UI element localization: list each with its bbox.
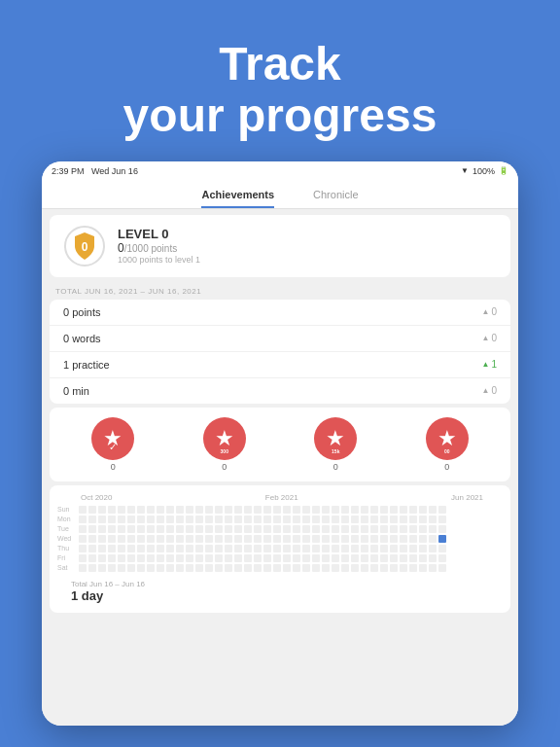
heatmap-cell: [351, 525, 359, 533]
heatmap-cell: [361, 554, 368, 562]
stats-section-header: TOTAL JUN 16, 2021 – JUN 16, 2021: [42, 283, 518, 298]
heatmap-cell: [263, 564, 271, 572]
heatmap-cell: [195, 525, 203, 533]
badge-inner-3: 00: [444, 448, 450, 454]
badge-check-0: ✓: [109, 442, 117, 452]
heatmap-cell: [361, 564, 368, 572]
heatmap-col: [225, 506, 232, 572]
heatmap-cell: [254, 506, 262, 514]
heatmap-cell: [215, 525, 223, 533]
heatmap-cell: [98, 506, 106, 514]
heatmap-cell: [254, 545, 262, 552]
heatmap-cell: [98, 516, 106, 523]
heatmap-cell: [341, 506, 349, 514]
heatmap-cell: [98, 535, 106, 543]
heatmap-cell: [332, 554, 339, 562]
heatmap-col: [244, 506, 252, 572]
heatmap-cell: [332, 506, 339, 514]
badge-circle-3: ★ 00: [426, 417, 469, 460]
heatmap-cell: [176, 545, 184, 552]
heatmap-cell: [166, 516, 174, 523]
heatmap-cell: [429, 525, 437, 533]
heatmap-cell: [283, 506, 291, 514]
heatmap-cell: [215, 506, 223, 514]
heatmap-col: [429, 506, 437, 572]
heatmap-cell: [351, 516, 359, 523]
stat-label-min: 0 min: [63, 385, 89, 397]
heatmap-col: [380, 506, 388, 572]
heatmap-cell: [215, 535, 223, 543]
heatmap-cell: [195, 516, 203, 523]
heatmap-cell: [118, 506, 125, 514]
heatmap-cell: [283, 545, 291, 552]
heatmap-cell: [273, 516, 281, 523]
heatmap-cell: [176, 535, 184, 543]
points-sublabel: 1000 points to level 1: [118, 255, 200, 265]
svg-text:0: 0: [82, 240, 88, 254]
heatmap-col: [273, 506, 281, 572]
heatmap-cell: [380, 516, 388, 523]
heatmap-cell: [118, 545, 125, 552]
heatmap-cell: [341, 535, 349, 543]
heatmap-cell: [244, 554, 252, 562]
hero-title-line2: your progress: [0, 90, 560, 142]
heatmap-cell: [234, 506, 242, 514]
badge-count-2: 0: [333, 462, 338, 472]
tab-chronicle[interactable]: Chronicle: [313, 189, 358, 208]
heatmap-col: [205, 506, 213, 572]
hero-title-line1: Track: [0, 39, 560, 90]
heatmap-col: [302, 506, 310, 572]
level-title: LEVEL 0: [118, 227, 200, 241]
heatmap-cell: [234, 545, 242, 552]
heatmap-cell: [293, 564, 300, 572]
heatmap-cell: [351, 564, 359, 572]
heatmap-cell: [400, 506, 407, 514]
heatmap-cell: [390, 554, 398, 562]
heatmap-cell: [186, 516, 193, 523]
heatmap-cell: [400, 564, 407, 572]
heatmap-cell: [186, 545, 193, 552]
heatmap-cell: [370, 535, 378, 543]
heatmap-cell: [127, 516, 135, 523]
heatmap-col: [293, 506, 300, 572]
badge-inner-1: 300: [221, 448, 228, 454]
heatmap-cell: [205, 525, 213, 533]
heatmap-cell: [293, 545, 300, 552]
tab-achievements[interactable]: Achievements: [201, 189, 274, 208]
heatmap-cell: [409, 525, 417, 533]
heatmap-cell: [302, 554, 310, 562]
stats-card: 0 points ▲0 0 words ▲0 1 practice ▲1 0 m…: [50, 300, 510, 404]
heatmap-cell: [263, 545, 271, 552]
heatmap-col: [79, 506, 87, 572]
heatmap-cell: [302, 525, 310, 533]
heatmap-cell: [419, 525, 427, 533]
heatmap-cell: [273, 525, 281, 533]
heatmap-cell: [361, 525, 368, 533]
heatmap-col: [157, 506, 164, 572]
heatmap-col: [166, 506, 174, 572]
cal-month-2: Feb 2021: [265, 493, 298, 502]
heatmap-cell: [332, 516, 339, 523]
heatmap-cell: [98, 564, 106, 572]
heatmap-cell: [390, 535, 398, 543]
heatmap-cell: [79, 535, 87, 543]
heatmap-cell: [341, 545, 349, 552]
heatmap-cell: [147, 525, 155, 533]
stat-delta-points: ▲0: [482, 306, 497, 317]
heatmap-cell: [293, 554, 300, 562]
heatmap-col: [390, 506, 398, 572]
heatmap-col: [147, 506, 155, 572]
heatmap-cell: [244, 506, 252, 514]
heatmap-cell: [176, 554, 184, 562]
day-fri: Fri: [57, 554, 75, 562]
heatmap-cell: [108, 516, 116, 523]
heatmap-cell: [137, 525, 145, 533]
heatmap-cell: [225, 506, 232, 514]
heatmap-cell: [409, 564, 417, 572]
heatmap-cell: [380, 554, 388, 562]
heatmap-col: [332, 506, 339, 572]
heatmap-cell: [341, 516, 349, 523]
current-points: 0: [118, 241, 124, 255]
heatmap-cell: [254, 516, 262, 523]
heatmap-cell: [157, 545, 164, 552]
